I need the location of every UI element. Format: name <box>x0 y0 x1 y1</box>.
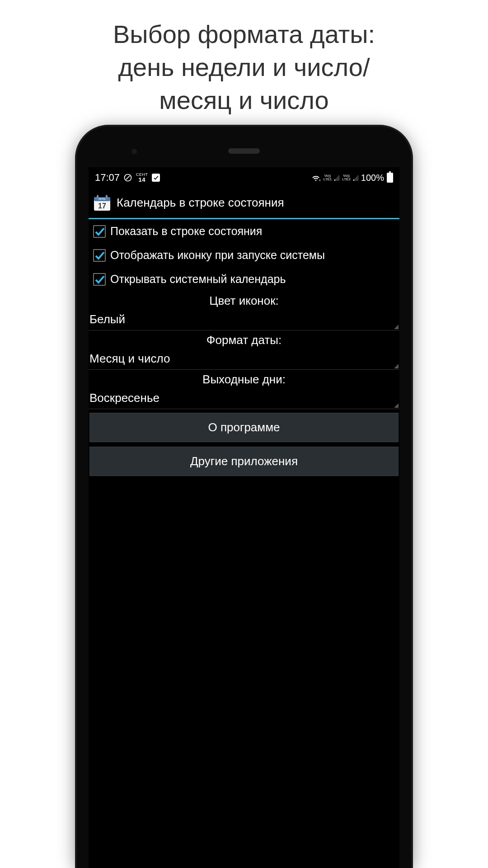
dropdown-caret-icon <box>394 364 399 368</box>
signal-bars-2 <box>353 175 358 181</box>
other-apps-button[interactable]: Другие приложения <box>89 447 399 476</box>
phone-camera <box>131 148 137 155</box>
date-format-value: Месяц и число <box>89 352 399 366</box>
phone-screen: 17:07 СЕНТ 14 + Vo)) LTE1 <box>89 167 399 868</box>
checkbox-open-system-calendar[interactable]: Открывать системный календарь <box>89 267 399 291</box>
settings-content: Показать в строке состояния Отображать и… <box>89 219 399 476</box>
status-date-badge: СЕНТ 14 <box>136 173 148 183</box>
svg-text:17: 17 <box>98 202 106 210</box>
icon-color-value: Белый <box>89 312 399 326</box>
svg-rect-6 <box>106 195 108 199</box>
icon-color-label: Цвет иконок: <box>89 291 399 310</box>
weekend-spinner[interactable]: Воскресенье <box>89 388 399 409</box>
svg-text:ИЮЛЬ: ИЮЛЬ <box>99 198 106 200</box>
status-time: 17:07 <box>95 172 120 184</box>
dnd-icon <box>123 173 132 182</box>
date-format-label: Формат даты: <box>89 330 399 349</box>
app-title: Календарь в строке состояния <box>117 196 284 210</box>
about-button[interactable]: О программе <box>89 413 399 442</box>
signal-lte2: Vo)) LTE2 <box>342 174 351 181</box>
wifi-icon: + <box>311 173 321 183</box>
checkbox-show-on-boot[interactable]: Отображать иконку при запуске системы <box>89 243 399 267</box>
svg-line-1 <box>126 176 130 179</box>
signal-lte1: Vo)) LTE1 <box>324 174 332 181</box>
promo-line-1: Выбор формата даты: <box>9 18 479 51</box>
promo-line-3: месяц и число <box>9 84 479 117</box>
checkbox-icon <box>93 273 106 286</box>
checkbox-show-in-statusbar[interactable]: Показать в строке состояния <box>89 219 399 243</box>
svg-rect-5 <box>97 195 99 199</box>
dropdown-caret-icon <box>394 403 399 408</box>
promo-line-2: день недели и число/ <box>9 51 479 84</box>
phone-speaker <box>228 148 260 154</box>
calendar-app-icon: ИЮЛЬ 17 <box>93 193 111 212</box>
checkbox-label: Показать в строке состояния <box>110 225 262 238</box>
weekend-label: Выходные дни: <box>89 370 399 388</box>
date-format-spinner[interactable]: Месяц и число <box>89 349 399 370</box>
checkbox-icon <box>93 225 106 238</box>
battery-percentage: 100% <box>361 173 384 183</box>
battery-icon <box>387 173 393 183</box>
status-bar-right: + Vo)) LTE1 Vo)) LTE2 <box>311 173 393 183</box>
signal-lte1-label: LTE1 <box>324 178 332 181</box>
dropdown-caret-icon <box>394 325 399 329</box>
signal-lte2-label: LTE2 <box>342 178 351 181</box>
checkbox-icon <box>93 249 106 262</box>
weekend-value: Воскресенье <box>89 391 399 405</box>
status-bar-left: 17:07 СЕНТ 14 <box>95 172 160 184</box>
promo-heading: Выбор формата даты: день недели и число/… <box>0 0 488 126</box>
checkbox-label: Отображать иконку при запуске системы <box>110 249 325 262</box>
signal-bars-1 <box>334 175 339 181</box>
icon-color-spinner[interactable]: Белый <box>89 310 399 330</box>
status-bar: 17:07 СЕНТ 14 + Vo)) LTE1 <box>89 167 399 187</box>
checkbox-label: Открывать системный календарь <box>110 273 286 286</box>
app-header: ИЮЛЬ 17 Календарь в строке состояния <box>89 187 399 219</box>
svg-text:+: + <box>319 179 321 183</box>
phone-frame: 17:07 СЕНТ 14 + Vo)) LTE1 <box>77 127 411 868</box>
status-check-icon <box>152 174 160 182</box>
status-date-day: 14 <box>139 177 145 183</box>
